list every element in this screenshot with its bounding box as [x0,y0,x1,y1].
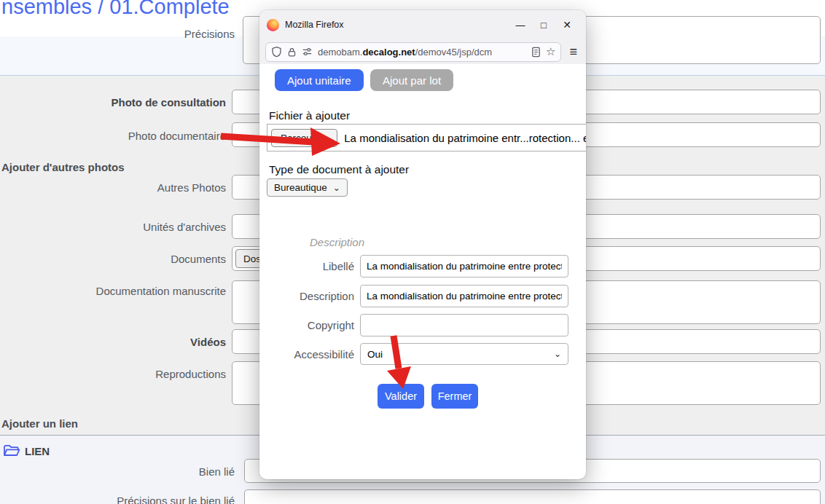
browser-toolbar: demobam.decalog.net/demov45/jsp/dcm ☆ ≡ [259,39,586,64]
chevron-down-icon: ⌄ [333,184,340,192]
accessibilite-select[interactable]: Oui ⌄ [360,343,568,365]
reader-mode-icon[interactable] [531,47,541,58]
firefox-icon [267,19,279,31]
libelle-input[interactable] [360,255,568,277]
videos-label: Vidéos [0,336,226,348]
fermer-button[interactable]: Fermer [431,384,478,409]
type-document-select[interactable]: Bureautique ⌄ [267,178,348,197]
precisions-bien-lie-input[interactable] [244,489,821,504]
folder-icon [3,444,20,458]
minimize-button[interactable]: — [509,15,532,35]
valider-button[interactable]: Valider [378,384,424,409]
precisions-label: Précisions [0,28,235,40]
description-input[interactable] [360,285,568,307]
maximize-button[interactable]: □ [532,15,555,35]
url-text[interactable]: demobam.decalog.net/demov45/jsp/dcm [318,47,526,58]
bookmark-star-icon[interactable]: ☆ [546,45,555,58]
lien-title: LIEN [25,445,50,457]
close-button[interactable]: ✕ [555,15,579,35]
precisions-bien-lie-label: Précisions sur le bien lié [0,495,235,504]
menu-hamburger-icon[interactable]: ≡ [566,44,580,60]
unites-archives-label: Unités d'archives [0,221,226,233]
permissions-icon[interactable] [302,47,313,57]
description-section-header: Description [310,236,364,248]
copyright-label: Copyright [259,319,354,331]
reproductions-label: Reproductions [0,368,226,380]
file-upload-field[interactable]: Parcourir... La mondialisation du patrim… [267,124,586,151]
firefox-popup-window: Mozilla Firefox — □ ✕ demobam.decalog.ne… [259,10,586,479]
url-bar[interactable]: demobam.decalog.net/demov45/jsp/dcm ☆ [265,42,561,62]
documentation-manuscrite-label: Documentation manuscrite [0,285,226,297]
tab-ajout-par-lot[interactable]: Ajout par lot [370,69,453,91]
type-document-label: Type de document à ajouter [269,163,409,176]
section-autres-photos: Ajouter d'autres photos [1,161,125,173]
shield-icon[interactable] [271,46,282,58]
page-title: nsembles / 01.Complete [1,0,230,19]
url-prefix: demobam. [318,47,362,58]
selected-filename: La mondialisation du patrimoine entr...r… [344,132,586,144]
tab-ajout-unitaire[interactable]: Ajout unitaire [275,69,364,91]
libelle-label: Libellé [259,260,354,272]
type-document-value: Bureautique [274,182,327,193]
section-ajouter-lien: Ajouter un lien [1,417,78,430]
fichier-a-ajouter-label: Fichier à ajouter [269,109,350,122]
url-path: /demov45/jsp/dcm [415,47,493,58]
accessibilite-value: Oui [367,349,383,360]
description-label: Description [259,290,354,302]
lock-icon[interactable] [287,47,297,58]
accessibilite-label: Accessibilité [259,348,354,361]
autres-photos-label: Autres Photos [0,181,226,194]
window-titlebar: Mozilla Firefox — □ ✕ [259,10,586,39]
photo-consultation-label: Photo de consultation [0,96,226,109]
window-title: Mozilla Firefox [285,20,344,30]
browse-button[interactable]: Parcourir... [271,129,337,147]
photo-documentaire-label: Photo documentaire [0,130,226,142]
copyright-input[interactable] [360,314,568,336]
chevron-down-icon: ⌄ [554,350,561,358]
documents-label: Documents [0,253,226,265]
url-domain: decalog.net [362,47,415,58]
bien-lie-label: Bien lié [0,465,235,478]
